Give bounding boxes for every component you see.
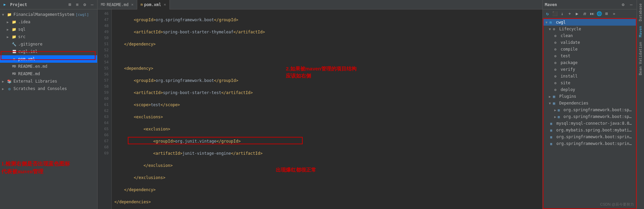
scope-btn[interactable]: ⊞	[67, 2, 73, 8]
maven-deploy[interactable]: ⚙ deploy	[543, 86, 636, 93]
collapse-btn[interactable]: ≡	[74, 2, 80, 8]
code-52: <artifactId>spring-boot-starter-test</ar…	[114, 90, 540, 96]
maven-tree-btn[interactable]: ⊞	[603, 10, 610, 17]
ln-47: 47	[98, 17, 109, 23]
clean-icon: ⚙	[554, 34, 560, 38]
ln-65: 65	[98, 126, 109, 132]
maven-toolbar: ↻ ⬛ ↓ + ▶ m ⏭ 🌐 ⊞ »	[543, 9, 637, 18]
sidebar-title: Project	[10, 2, 66, 7]
maven-lifecycle-group[interactable]: ▼ ⚙ Lifecycle	[543, 26, 636, 32]
sql-label: sql	[18, 27, 26, 32]
tree-sql[interactable]: ▶ 📁 sql	[0, 26, 97, 33]
maven-package[interactable]: ⚙ package	[543, 59, 636, 66]
maven-header: Maven ⚙ —	[543, 0, 637, 9]
install-icon: ⚙	[554, 74, 560, 79]
code-46: <groupId>org.springframework.boot</group…	[114, 17, 540, 23]
ln-67: 67	[98, 138, 109, 144]
code-50: <dependency>	[114, 65, 540, 71]
code-57: <artifactId>junit-vintage-engine</artifa…	[114, 150, 540, 156]
ln-56: 56	[98, 71, 109, 78]
readme-tab-close[interactable]: ✕	[131, 2, 134, 7]
tabs-bar: MD README.md ✕ m pom.xml ✕	[98, 0, 542, 9]
code-53: <scope>test</scope>	[114, 102, 540, 108]
maven-m-btn[interactable]: m	[581, 10, 588, 17]
tree-readme[interactable]: ▶ MD README.md	[0, 70, 97, 78]
tree-cwgl-iml[interactable]: ▶ ⬜ cwgl.iml	[0, 48, 97, 55]
compile-label: compile	[561, 47, 578, 52]
code-content[interactable]: <groupId>org.springframework.boot</group…	[112, 9, 542, 209]
code-47: <artifactId>spring-boot-starter-thymelea…	[114, 29, 540, 35]
root-label: FinancialManagementSystem	[13, 12, 74, 17]
maven-compile[interactable]: ⚙ compile	[543, 46, 636, 53]
maven-refresh-btn[interactable]: ↻	[544, 10, 551, 17]
code-editor: 46 47 48 49 50 51 52 53 54 55 56 57 58 5…	[98, 9, 542, 209]
tab-bean-validation[interactable]: Bean Validation	[638, 40, 643, 77]
tab-pom[interactable]: m pom.xml ✕	[137, 0, 170, 9]
ln-51: 51	[98, 41, 109, 47]
iml-icon: ⬜	[11, 49, 17, 54]
cwgl-label: cwgl	[556, 20, 566, 25]
maven-install[interactable]: ⚙ install	[543, 73, 636, 80]
compile-icon: ⚙	[554, 47, 560, 52]
tree-ext-libs[interactable]: ▶ 📚 External Libraries	[0, 78, 97, 85]
project-folder-icon: 📁	[7, 12, 12, 17]
ln-61: 61	[98, 102, 109, 108]
scratches-label: Scratches and Consoles	[13, 86, 67, 91]
maven-plus-btn[interactable]: +	[566, 10, 573, 17]
project-icon: ▶	[2, 2, 7, 7]
right-side-tabs: Database Maven Bean Validation	[637, 0, 644, 209]
maven-verify[interactable]: ⚙ verify	[543, 66, 636, 73]
tab-database[interactable]: Database	[638, 1, 643, 23]
close-btn[interactable]: —	[89, 2, 95, 8]
tree-gitignore[interactable]: ▶ 🔧 .gitignore	[0, 40, 97, 48]
maven-dep-2[interactable]: ▶ ▦ org.springframework.boot:spring-b	[543, 113, 636, 120]
tree-idea[interactable]: ▶ 📁 .idea	[0, 18, 97, 26]
ln-63: 63	[98, 114, 109, 120]
maven-download-btn[interactable]: ↓	[559, 10, 566, 17]
maven-dep-5[interactable]: ▦ org.springframework.boot:spring-b	[543, 133, 636, 140]
tab-maven[interactable]: Maven	[638, 24, 643, 39]
tab-readme[interactable]: MD README.md ✕	[98, 0, 137, 9]
maven-run-btn[interactable]: ▶	[574, 10, 580, 17]
maven-site[interactable]: ⚙ site	[543, 80, 636, 86]
scratches-icon: ◎	[7, 86, 12, 91]
maven-validate[interactable]: ⚙ validate	[543, 39, 636, 46]
maven-dep-4[interactable]: ▦ org.mybatis.spring.boot:mybatis-sp	[543, 127, 636, 133]
maven-deps-group[interactable]: ▼ ▦ Dependencies	[543, 100, 636, 107]
clean-label: clean	[561, 33, 573, 38]
readme-en-icon: MD	[11, 64, 17, 69]
editor-area: MD README.md ✕ m pom.xml ✕ 46 47 48 49 5…	[98, 0, 542, 209]
settings-btn[interactable]: ⚙	[82, 2, 88, 8]
idea-folder-icon: 📁	[11, 19, 17, 25]
pom-tab-close[interactable]: ✕	[164, 2, 166, 7]
test-icon: ⚙	[554, 54, 560, 58]
tree-src[interactable]: ▶ 📁 src	[0, 33, 97, 40]
maven-minimize-btn[interactable]: —	[628, 1, 635, 8]
code-60: </dependency>	[114, 187, 540, 193]
maven-settings-btn[interactable]: ⚙	[620, 1, 627, 8]
tree-root[interactable]: ▼ 📁 FinancialManagementSystem [cwgl]	[0, 11, 97, 18]
tree-readme-en[interactable]: ▶ MD README.en.md	[0, 63, 97, 70]
maven-test[interactable]: ⚙ test	[543, 53, 636, 59]
dep2-label: org.springframework.boot:spring-b	[564, 114, 634, 119]
ln-53: 53	[98, 53, 109, 59]
maven-cwgl[interactable]: ▼ m cwgl	[543, 19, 636, 26]
tree-scratches[interactable]: ▶ ◎ Scratches and Consoles	[0, 85, 97, 92]
lifecycle-label: Lifecycle	[559, 27, 581, 31]
tree-pom-xml[interactable]: ▶ m pom.xml	[0, 55, 97, 63]
ln-66: 66	[98, 132, 109, 138]
maven-plugins-group[interactable]: ▶ ▦ Plugins	[543, 93, 636, 100]
code-55: <exclusion>	[114, 126, 540, 132]
maven-dep-3[interactable]: ▦ mysql:mysql-connector-java:8.0.13	[543, 120, 636, 127]
maven-skip-btn[interactable]: ⏭	[589, 10, 595, 17]
maven-dep-6[interactable]: ▦ org.springframework.boot:spring-b	[543, 140, 636, 147]
validate-icon: ⚙	[554, 40, 560, 45]
maven-add-btn[interactable]: ⬛	[552, 10, 558, 17]
code-48: </dependency>	[114, 41, 540, 47]
maven-online-btn[interactable]: 🌐	[596, 10, 603, 17]
code-49	[114, 53, 540, 59]
maven-clean[interactable]: ⚙ clean	[543, 32, 636, 39]
idea-label: .idea	[18, 20, 30, 24]
maven-dep-1[interactable]: ▶ ▦ org.springframework.boot:spring-b	[543, 107, 636, 113]
maven-more-btn[interactable]: »	[611, 10, 617, 17]
